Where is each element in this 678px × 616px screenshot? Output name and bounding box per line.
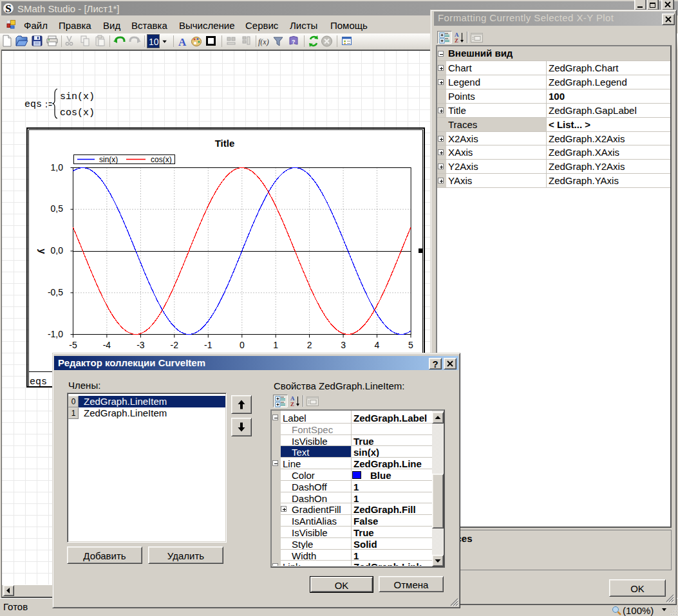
svg-text:Title: Title bbox=[215, 138, 235, 149]
svg-text:1,0: 1,0 bbox=[51, 162, 64, 173]
svg-text:-4: -4 bbox=[103, 340, 111, 350]
svg-text:0,0: 0,0 bbox=[51, 245, 64, 256]
svg-text:5: 5 bbox=[408, 340, 413, 350]
svg-text:4: 4 bbox=[375, 340, 380, 350]
svg-text:-1: -1 bbox=[204, 340, 212, 350]
svg-text:-3: -3 bbox=[137, 340, 145, 350]
svg-text:-2: -2 bbox=[171, 340, 179, 350]
svg-text:S: S bbox=[5, 3, 11, 14]
svg-text:-1,0: -1,0 bbox=[48, 329, 63, 339]
svg-text:Z: Z bbox=[455, 37, 458, 44]
svg-text:y: y bbox=[37, 248, 48, 254]
svg-text:sin(x): sin(x) bbox=[99, 155, 118, 164]
svg-text:3: 3 bbox=[341, 340, 346, 350]
svg-text:1: 1 bbox=[273, 340, 278, 350]
svg-text:Z: Z bbox=[290, 401, 294, 407]
svg-text:f(x): f(x) bbox=[258, 37, 269, 46]
svg-text:2: 2 bbox=[307, 340, 312, 350]
svg-text:?: ? bbox=[292, 39, 296, 45]
svg-text:0,5: 0,5 bbox=[51, 203, 64, 214]
svg-text:-0,5: -0,5 bbox=[48, 287, 63, 297]
svg-text:0: 0 bbox=[240, 340, 245, 350]
svg-text:A: A bbox=[178, 36, 187, 48]
svg-text:cos(x): cos(x) bbox=[151, 155, 172, 164]
svg-text:-5: -5 bbox=[69, 340, 77, 350]
